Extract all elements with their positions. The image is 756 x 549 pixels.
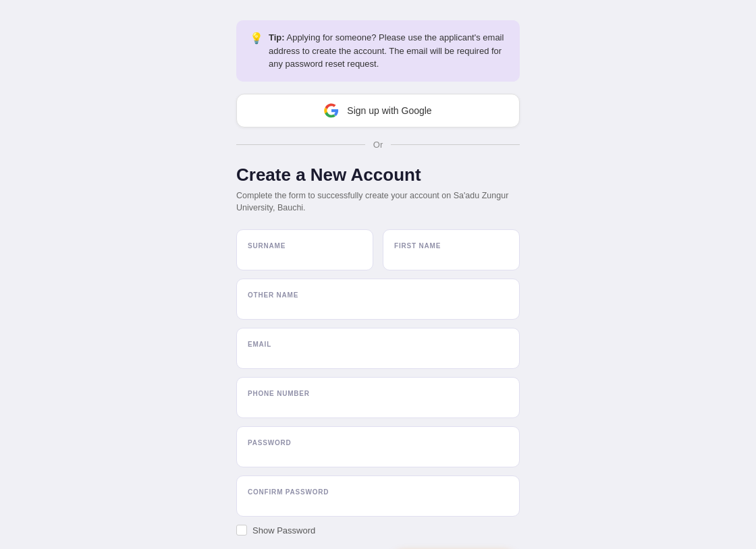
password-input[interactable]: [248, 449, 508, 460]
password-field: PASSWORD: [236, 426, 520, 467]
email-field: EMAIL: [236, 328, 520, 369]
divider-text: Or: [373, 140, 383, 150]
google-logo-icon: [324, 103, 339, 118]
surname-input[interactable]: [248, 252, 362, 263]
form-title: Create a New Account: [236, 165, 520, 185]
show-password-label[interactable]: Show Password: [252, 525, 315, 536]
firstname-input[interactable]: [394, 252, 508, 263]
phone-label: PHONE NUMBER: [248, 390, 508, 397]
phone-wrapper: PHONE NUMBER: [236, 377, 520, 418]
google-signup-button[interactable]: Sign up with Google: [236, 94, 520, 127]
firstname-label: FIRST NAME: [394, 242, 508, 250]
phone-field: PHONE NUMBER: [236, 377, 520, 418]
confirm-password-input[interactable]: [248, 498, 508, 509]
tip-body: Applying for someone? Please use the app…: [269, 32, 504, 69]
password-label: PASSWORD: [248, 439, 508, 446]
registration-form: Create a New Account Complete the form t…: [236, 165, 520, 550]
divider: Or: [236, 140, 520, 150]
tip-bold: Tip:: [269, 32, 285, 42]
tip-text: Tip: Applying for someone? Please use th…: [269, 31, 506, 71]
confirm-password-wrapper: CONFIRM PASSWORD: [236, 475, 520, 517]
email-label: EMAIL: [248, 341, 508, 348]
name-row: SURNAME FIRST NAME: [236, 229, 520, 270]
show-password-row: Show Password: [236, 525, 520, 536]
password-wrapper: PASSWORD: [236, 426, 520, 467]
surname-label: SURNAME: [248, 242, 362, 250]
othername-wrapper: OTHER NAME: [236, 279, 520, 320]
tip-banner: 💡 Tip: Applying for someone? Please use …: [236, 20, 520, 82]
othername-field: OTHER NAME: [236, 279, 520, 320]
othername-label: OTHER NAME: [248, 291, 508, 299]
firstname-field: FIRST NAME: [383, 229, 520, 270]
surname-field: SURNAME: [236, 229, 373, 270]
show-password-checkbox[interactable]: [236, 525, 247, 536]
divider-line-right: [391, 144, 520, 145]
page-container: 💡 Tip: Applying for someone? Please use …: [236, 20, 520, 549]
othername-input[interactable]: [248, 301, 508, 312]
email-wrapper: EMAIL: [236, 328, 520, 369]
email-input[interactable]: [248, 351, 508, 362]
divider-line-left: [236, 144, 365, 145]
tip-icon: 💡: [250, 32, 263, 45]
confirm-password-field: CONFIRM PASSWORD: [236, 475, 520, 517]
phone-input[interactable]: [248, 400, 508, 411]
form-subtitle: Complete the form to successfully create…: [236, 190, 520, 215]
google-signup-label: Sign up with Google: [347, 105, 431, 116]
confirm-password-label: CONFIRM PASSWORD: [248, 488, 508, 496]
